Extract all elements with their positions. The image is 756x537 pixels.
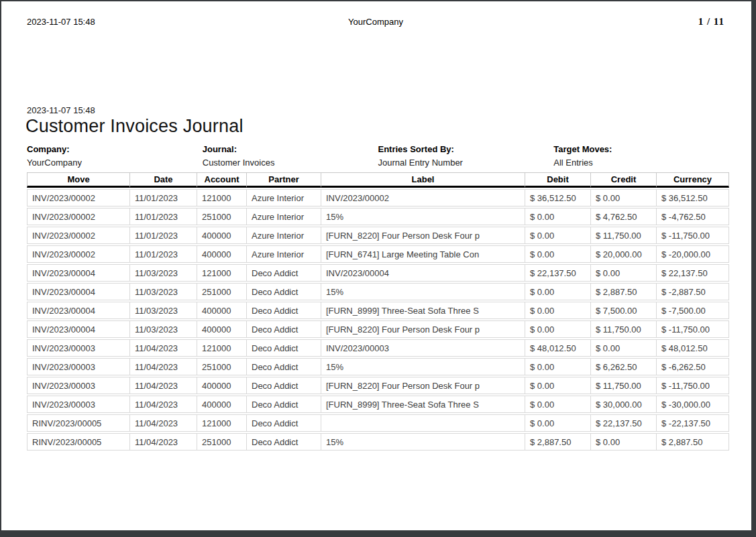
- header-page-indicator: 1 / 11: [492, 16, 724, 27]
- cell-partner: Azure Interior: [246, 189, 321, 206]
- cell-currency: $ -11,750.00: [656, 377, 729, 394]
- meta-target-moves: Target Moves: All Entries: [553, 143, 729, 170]
- cell-debit: $ 22,137.50: [525, 264, 590, 282]
- cell-currency: $ -22,137.50: [656, 414, 729, 432]
- cell-account: 400000: [197, 396, 246, 413]
- cell-credit: $ 7,500.00: [590, 302, 656, 319]
- cell-account: 400000: [197, 245, 246, 263]
- cell-credit: $ 11,750.00: [590, 320, 656, 338]
- cell-debit: $ 0.00: [525, 208, 590, 225]
- journal-table-head: MoveDateAccountPartnerLabelDebitCreditCu…: [27, 172, 729, 188]
- journal-line-row: INV/2023/0000411/03/2023400000Deco Addic…: [27, 302, 729, 319]
- cell-debit: $ 0.00: [525, 245, 590, 263]
- report-datetime: 2023-11-07 15:48: [27, 105, 751, 115]
- journal-line-row: RINV/2023/0000511/04/2023121000Deco Addi…: [27, 414, 729, 432]
- cell-partner: Deco Addict: [246, 320, 321, 338]
- cell-credit: $ 0.00: [590, 433, 656, 451]
- cell-date: 11/01/2023: [129, 189, 197, 206]
- cell-credit: $ 2,887.50: [590, 283, 656, 300]
- cell-account: 400000: [197, 302, 246, 319]
- cell-debit: $ 0.00: [525, 396, 590, 413]
- cell-label: 15%: [321, 433, 525, 451]
- journal-line-row: INV/2023/0000311/04/2023400000Deco Addic…: [27, 377, 729, 394]
- cell-account: 121000: [197, 189, 246, 206]
- report-title: Customer Invoices Journal: [25, 116, 751, 137]
- cell-date: 11/03/2023: [129, 302, 197, 319]
- column-header-credit: Credit: [590, 172, 656, 188]
- cell-date: 11/04/2023: [129, 377, 197, 394]
- journal-line-row: INV/2023/0000211/01/2023400000Azure Inte…: [27, 227, 729, 244]
- cell-move: INV/2023/00004: [27, 264, 129, 282]
- cell-debit: $ 36,512.50: [525, 189, 590, 206]
- cell-credit: $ 30,000.00: [590, 396, 656, 413]
- cell-currency: $ -4,762.50: [656, 208, 729, 225]
- cell-currency: $ -11,750.00: [656, 227, 729, 244]
- meta-company: Company: YourCompany: [27, 143, 203, 170]
- cell-label: [321, 414, 525, 432]
- column-header-move: Move: [27, 172, 129, 188]
- cell-date: 11/04/2023: [129, 433, 197, 451]
- cell-partner: Deco Addict: [246, 283, 321, 300]
- cell-currency: $ -30,000.00: [656, 396, 729, 413]
- cell-debit: $ 0.00: [525, 302, 590, 319]
- cell-account: 121000: [197, 414, 246, 432]
- cell-debit: $ 2,887.50: [525, 433, 590, 451]
- cell-currency: $ -2,887.50: [656, 283, 729, 300]
- cell-move: INV/2023/00002: [27, 245, 129, 263]
- cell-partner: Azure Interior: [246, 245, 321, 263]
- cell-currency: $ 48,012.50: [656, 339, 729, 357]
- column-header-currency: Currency: [656, 172, 729, 188]
- cell-partner: Deco Addict: [246, 414, 321, 432]
- meta-label-sorted-by: Entries Sorted By:: [378, 143, 554, 156]
- column-header-date: Date: [129, 172, 197, 188]
- header-datetime: 2023-11-07 15:48: [27, 17, 260, 27]
- column-header-debit: Debit: [525, 172, 590, 188]
- cell-credit: $ 11,750.00: [590, 227, 656, 244]
- cell-currency: $ -7,500.00: [656, 302, 729, 319]
- cell-credit: $ 22,137.50: [590, 414, 656, 432]
- journal-line-row: INV/2023/0000411/03/2023251000Deco Addic…: [27, 283, 729, 300]
- cell-account: 251000: [197, 283, 246, 300]
- cell-date: 11/04/2023: [129, 414, 197, 432]
- cell-currency: $ 22,137.50: [656, 264, 729, 282]
- cell-label: [FURN_8220] Four Person Desk Four p: [321, 227, 525, 244]
- cell-date: 11/03/2023: [129, 264, 197, 282]
- cell-label: [FURN_6741] Large Meeting Table Con: [321, 245, 525, 263]
- cell-date: 11/03/2023: [129, 320, 197, 338]
- cell-currency: $ -6,262.50: [656, 358, 729, 375]
- cell-date: 11/04/2023: [129, 358, 197, 375]
- meta-journal: Journal: Customer Invoices: [203, 143, 378, 170]
- cell-debit: $ 0.00: [525, 283, 590, 300]
- journal-line-row: RINV/2023/0000511/04/2023251000Deco Addi…: [27, 433, 729, 451]
- cell-debit: $ 0.00: [525, 414, 590, 432]
- cell-partner: Azure Interior: [246, 208, 321, 225]
- cell-move: INV/2023/00004: [27, 283, 129, 300]
- report-meta-row: Company: YourCompany Journal: Customer I…: [27, 143, 729, 170]
- header-company-name: YourCompany: [260, 17, 492, 27]
- cell-move: INV/2023/00003: [27, 377, 129, 394]
- journal-entries-table: MoveDateAccountPartnerLabelDebitCreditCu…: [27, 171, 729, 452]
- cell-debit: $ 0.00: [525, 358, 590, 375]
- cell-account: 251000: [197, 358, 246, 375]
- cell-label: [FURN_8999] Three-Seat Sofa Three S: [321, 396, 525, 413]
- cell-debit: $ 0.00: [525, 227, 590, 244]
- cell-move: RINV/2023/00005: [27, 414, 129, 432]
- cell-credit: $ 0.00: [590, 264, 656, 282]
- cell-partner: Deco Addict: [246, 433, 321, 451]
- cell-move: INV/2023/00004: [27, 320, 129, 338]
- cell-label: [FURN_8220] Four Person Desk Four p: [321, 320, 525, 338]
- meta-value-sorted-by: Journal Entry Number: [378, 156, 554, 170]
- cell-date: 11/03/2023: [129, 283, 197, 300]
- cell-partner: Deco Addict: [246, 302, 321, 319]
- meta-value-company: YourCompany: [27, 156, 203, 170]
- column-header-partner: Partner: [246, 172, 321, 188]
- cell-account: 400000: [197, 377, 246, 394]
- journal-header-row: MoveDateAccountPartnerLabelDebitCreditCu…: [27, 172, 729, 188]
- journal-line-row: INV/2023/0000311/04/2023400000Deco Addic…: [27, 396, 729, 413]
- cell-date: 11/04/2023: [129, 396, 197, 413]
- cell-label: [FURN_8999] Three-Seat Sofa Three S: [321, 302, 525, 319]
- cell-credit: $ 4,762.50: [590, 208, 656, 225]
- cell-currency: $ -20,000.00: [656, 245, 729, 263]
- journal-line-row: INV/2023/0000211/01/2023121000Azure Inte…: [27, 189, 729, 206]
- cell-label: 15%: [321, 283, 525, 300]
